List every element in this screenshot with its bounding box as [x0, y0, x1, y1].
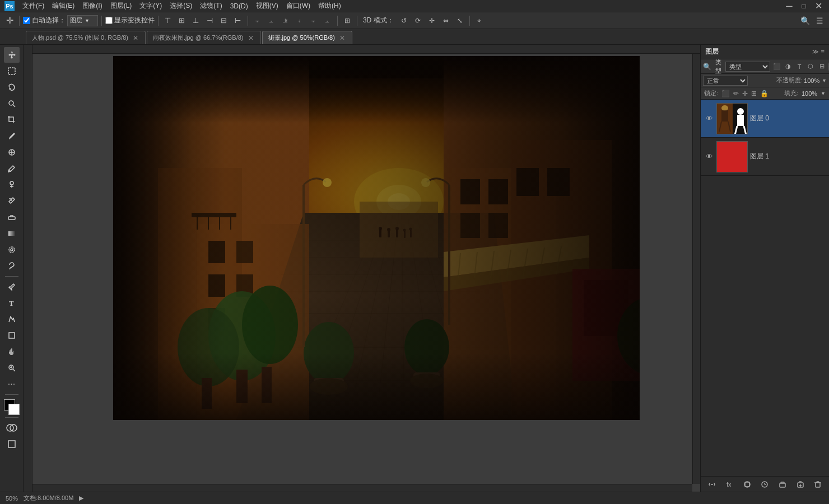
- tab-close-yuyexg[interactable]: ✕: [247, 34, 255, 42]
- vertical-scrollbar[interactable]: [692, 54, 700, 484]
- more-tools[interactable]: ···: [4, 376, 20, 392]
- quick-mask-button[interactable]: [4, 420, 20, 436]
- fg-bg-colors[interactable]: [4, 399, 20, 415]
- distribute-top-button[interactable]: ⫟: [252, 15, 264, 27]
- shape-filter-icon[interactable]: ⬡: [805, 62, 816, 72]
- history-brush-tool[interactable]: [4, 193, 20, 209]
- distribute-left-button[interactable]: ⫞: [294, 15, 306, 27]
- align-right-button[interactable]: ⊢: [232, 15, 244, 27]
- add-style-button[interactable]: fx: [723, 478, 735, 491]
- hand-tool[interactable]: [4, 344, 20, 360]
- minimize-button[interactable]: ─: [783, 0, 795, 12]
- grid-button[interactable]: ⊞: [341, 15, 353, 27]
- align-hcenter-button[interactable]: ⊟: [218, 15, 230, 27]
- align-bottom-button[interactable]: ⊥: [190, 15, 202, 27]
- shape-tool[interactable]: [4, 328, 20, 343]
- fill-arrow[interactable]: ▼: [821, 91, 826, 96]
- layer-dropdown[interactable]: 图层 ▼: [67, 15, 98, 26]
- layer-type-select[interactable]: 类型 名称 效果 模式 属性: [725, 62, 770, 72]
- menu-3d[interactable]: 3D(D): [227, 1, 252, 11]
- clone-stamp-tool[interactable]: [4, 177, 20, 193]
- 3d-rotate-button[interactable]: ↺: [398, 15, 410, 27]
- pen-tool[interactable]: [4, 279, 20, 295]
- status-arrow[interactable]: ▶: [79, 494, 83, 502]
- add-layer-button[interactable]: [794, 478, 807, 491]
- distribute-bottom-button[interactable]: ⫡: [280, 15, 292, 27]
- crop-tool[interactable]: [4, 112, 20, 128]
- smartobj-filter-icon[interactable]: ⊞: [817, 62, 827, 72]
- opacity-arrow[interactable]: ▼: [822, 78, 827, 83]
- menu-filter[interactable]: 滤镜(T): [197, 0, 225, 12]
- brush-tool[interactable]: [4, 161, 20, 176]
- tab-yuyexg[interactable]: 雨夜效果图.jpg @ 66.7%(RGB/8) ✕: [147, 31, 261, 44]
- menu-select[interactable]: 选择(S): [166, 0, 195, 12]
- menu-layer[interactable]: 图层(L): [107, 0, 136, 12]
- eraser-tool[interactable]: [4, 209, 20, 225]
- lock-image-icon[interactable]: ✏: [733, 90, 739, 97]
- lock-artboard-icon[interactable]: ⊞: [751, 90, 757, 97]
- align-top-button[interactable]: ⊤: [162, 15, 174, 27]
- auto-select-checkbox[interactable]: 自动选择：: [23, 16, 66, 25]
- add-mask-button[interactable]: [741, 478, 753, 491]
- layer-1-visibility[interactable]: 👁: [704, 152, 714, 162]
- path-select-tool[interactable]: [4, 311, 20, 327]
- maximize-button[interactable]: □: [798, 0, 810, 12]
- zoom-tool[interactable]: [4, 360, 20, 376]
- quick-select-tool[interactable]: [4, 96, 20, 111]
- dodge-tool[interactable]: [4, 258, 20, 274]
- tab-street[interactable]: 街景.jpg @ 50%(RGB/8) ✕: [262, 31, 352, 44]
- lasso-tool[interactable]: [4, 80, 20, 95]
- move-tool[interactable]: [4, 47, 20, 63]
- gradient-tool[interactable]: [4, 226, 20, 241]
- type-filter-icon[interactable]: T: [794, 62, 804, 72]
- menu-view[interactable]: 视图(V): [253, 0, 282, 12]
- distribute-right-button[interactable]: ⫠: [322, 15, 334, 27]
- 3d-pan-button[interactable]: ✛: [426, 15, 438, 27]
- selection-tool[interactable]: [4, 63, 20, 79]
- distribute-vcenter-button[interactable]: ⫠: [266, 15, 278, 27]
- add-adjustment-button[interactable]: [758, 478, 771, 491]
- horizontal-scrollbar[interactable]: [32, 484, 692, 492]
- panel-expand-icon[interactable]: ≫: [812, 48, 819, 55]
- pixel-filter-icon[interactable]: ⬛: [772, 62, 782, 72]
- layer-0-visibility[interactable]: 👁: [704, 114, 714, 124]
- 3d-scale-button[interactable]: ⤡: [454, 15, 466, 27]
- add-group-button[interactable]: [776, 478, 789, 491]
- blur-tool[interactable]: [4, 242, 20, 258]
- lock-position-icon[interactable]: ✛: [742, 90, 748, 97]
- close-button[interactable]: ✕: [812, 0, 825, 12]
- lock-transparent-icon[interactable]: ⬛: [721, 90, 730, 97]
- blend-mode-select[interactable]: 正常: [703, 76, 748, 86]
- menu-image[interactable]: 图像(I): [79, 0, 105, 12]
- move-tool-options[interactable]: ✛: [3, 15, 16, 27]
- distribute-hcenter-button[interactable]: ⫟: [308, 15, 320, 27]
- workspace-button[interactable]: ☰: [813, 15, 826, 27]
- layer-item-1[interactable]: 👁 图层 1: [701, 138, 829, 176]
- link-layers-button[interactable]: [706, 478, 718, 491]
- panel-menu-icon[interactable]: ≡: [821, 48, 825, 55]
- tab-renwu[interactable]: 人物.psd @ 75.5% (图层 0, RGB/8) ✕: [26, 31, 146, 44]
- healing-brush-tool[interactable]: [4, 144, 20, 160]
- menu-text[interactable]: 文字(Y): [136, 0, 165, 12]
- delete-layer-button[interactable]: [812, 478, 824, 491]
- menu-edit[interactable]: 编辑(E): [49, 0, 78, 12]
- background-color[interactable]: [8, 404, 20, 415]
- align-left-button[interactable]: ⊣: [204, 15, 216, 27]
- text-tool[interactable]: T: [4, 295, 20, 311]
- search-button[interactable]: 🔍: [799, 15, 811, 27]
- menu-file[interactable]: 文件(F): [19, 0, 48, 12]
- 3d-slide-button[interactable]: ⇔: [440, 15, 452, 27]
- tab-close-renwu[interactable]: ✕: [132, 34, 139, 42]
- lock-all-icon[interactable]: 🔒: [760, 90, 769, 97]
- show-transform-checkbox[interactable]: 显示变换控件: [105, 16, 155, 25]
- tab-close-street[interactable]: ✕: [338, 34, 346, 42]
- screen-mode-button[interactable]: [4, 436, 20, 452]
- menu-window[interactable]: 窗口(W): [283, 0, 314, 12]
- eyedropper-tool[interactable]: [4, 128, 20, 144]
- menu-help[interactable]: 帮助(H): [315, 0, 344, 12]
- align-vcenter-button[interactable]: ⊞: [176, 15, 188, 27]
- 3d-zoom-button[interactable]: ⌖: [473, 15, 486, 27]
- layer-item-0[interactable]: 👁: [701, 100, 829, 138]
- adjustment-filter-icon[interactable]: ◑: [783, 62, 793, 72]
- 3d-roll-button[interactable]: ⟳: [412, 15, 424, 27]
